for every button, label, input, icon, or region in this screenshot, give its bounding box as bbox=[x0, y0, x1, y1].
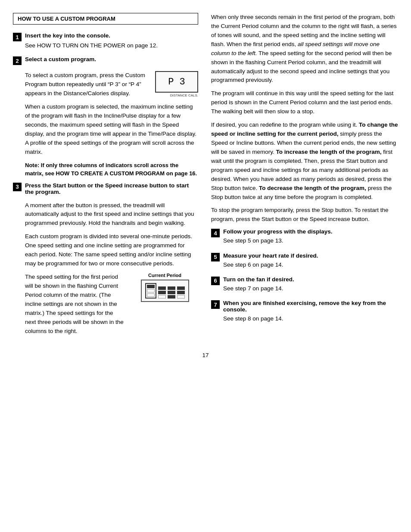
step-4-block: 4 Follow your progress with the displays… bbox=[211, 228, 398, 245]
distance-display-wrapper: P 3 DISTANCE CALS. bbox=[155, 71, 198, 97]
bold-change-speed: To change the speed or incline setting f… bbox=[211, 121, 398, 137]
right-para-3: If desired, you can redefine to the prog… bbox=[211, 121, 398, 202]
step-6-number: 6 bbox=[211, 277, 220, 285]
step-2-content: P 3 DISTANCE CALS. To select a custom pr… bbox=[13, 71, 198, 182]
step-3-title: Press the Start button or the Speed incr… bbox=[25, 182, 198, 195]
step-4-inner: Follow your progress with the displays. … bbox=[223, 228, 398, 245]
bar-filled-8 bbox=[177, 291, 185, 294]
step-5-number: 5 bbox=[211, 253, 220, 261]
step-3-content: A moment after the button is pressed, th… bbox=[13, 201, 198, 340]
step-7-title: When you are finished exercising, remove… bbox=[223, 300, 398, 313]
step-2-title: Select a custom program. bbox=[25, 56, 198, 62]
step-3-body3: The speed setting for the first period w… bbox=[25, 273, 125, 340]
step-2-number: 2 bbox=[13, 56, 22, 65]
bar-filled-3 bbox=[158, 291, 166, 294]
step-1-body: See HOW TO TURN ON THE POWER on page 12. bbox=[25, 41, 198, 50]
step-5-body: See step 6 on page 14. bbox=[223, 261, 398, 269]
step-4-body: See step 5 on page 13. bbox=[223, 236, 398, 245]
step-6-title: Turn on the fan if desired. bbox=[223, 276, 398, 283]
step-3-body2: Each custom program is divided into seve… bbox=[25, 232, 198, 268]
bar-empty-4 bbox=[177, 295, 185, 299]
step-7-body: See step 8 on page 14. bbox=[223, 314, 398, 323]
display-value: P 3 bbox=[168, 77, 185, 87]
step-4-title: Follow your progress with the displays. bbox=[223, 228, 398, 235]
bold-increase-length: To increase the length of the program, bbox=[276, 149, 382, 155]
bar-filled-1 bbox=[147, 285, 155, 288]
distance-display: P 3 bbox=[155, 71, 198, 93]
step-2-inner: Select a custom program. bbox=[25, 56, 198, 62]
step-7-block: 7 When you are finished exercising, remo… bbox=[211, 300, 398, 323]
step-3-number: 3 bbox=[13, 183, 22, 191]
current-period-label: Current Period bbox=[131, 273, 198, 278]
step-1-inner: Insert the key into the console. See HOW… bbox=[25, 32, 198, 50]
current-period-col bbox=[145, 283, 156, 299]
period-col-3 bbox=[168, 286, 175, 299]
right-column: When only three seconds remain in the fi… bbox=[211, 13, 398, 343]
section-header: HOW TO USE A CUSTOM PROGRAM bbox=[13, 13, 198, 25]
step-7-number: 7 bbox=[211, 300, 220, 309]
right-para-1: When only three seconds remain in the fi… bbox=[211, 13, 398, 85]
step-6-body: See step 7 on page 14. bbox=[223, 284, 398, 293]
bar-filled-7 bbox=[177, 286, 185, 290]
right-para-4: To stop the program temporarily, press t… bbox=[211, 206, 398, 224]
current-period-display: Current Period bbox=[131, 273, 198, 302]
bar-filled-4 bbox=[168, 286, 175, 290]
left-column: HOW TO USE A CUSTOM PROGRAM 1 Insert the… bbox=[13, 13, 198, 343]
step-1-title: Insert the key into the console. bbox=[25, 32, 198, 39]
step-3-inner: Press the Start button or the Speed incr… bbox=[25, 182, 198, 195]
step-5-title: Measure your heart rate if desired. bbox=[223, 252, 398, 259]
step-2-note: Note: If only three columns of indicator… bbox=[25, 161, 198, 178]
page-number: 17 bbox=[13, 352, 398, 358]
bar-empty-2 bbox=[147, 293, 155, 297]
step-6-block: 6 Turn on the fan if desired. See step 7… bbox=[211, 276, 398, 293]
bold-decrease-length: To decrease the length of the program, bbox=[259, 185, 366, 191]
right-para-2: The program will continue in this way un… bbox=[211, 89, 398, 116]
period-col-2 bbox=[158, 286, 166, 299]
step-3-block: 3 Press the Start button or the Speed in… bbox=[13, 182, 198, 195]
step-1-block: 1 Insert the key into the console. See H… bbox=[13, 32, 198, 50]
step-4-number: 4 bbox=[211, 229, 220, 237]
step-6-inner: Turn on the fan if desired. See step 7 o… bbox=[223, 276, 398, 293]
period-col-4 bbox=[177, 286, 185, 299]
bar-empty-3 bbox=[158, 295, 166, 299]
step-5-inner: Measure your heart rate if desired. See … bbox=[223, 252, 398, 269]
step-5-block: 5 Measure your heart rate if desired. Se… bbox=[211, 252, 398, 269]
step-3-body1: A moment after the button is pressed, th… bbox=[25, 201, 198, 228]
bar-filled-5 bbox=[168, 291, 175, 294]
right-steps: 4 Follow your progress with the displays… bbox=[211, 228, 398, 323]
bar-filled-2 bbox=[158, 286, 166, 290]
bar-empty-1 bbox=[147, 289, 155, 292]
step-2-body-after: When a custom program is selected, the m… bbox=[25, 103, 198, 157]
step-7-inner: When you are finished exercising, remove… bbox=[223, 300, 398, 323]
step-2-block: 2 Select a custom program. bbox=[13, 56, 198, 65]
step-1-number: 1 bbox=[13, 33, 22, 41]
display-label: DISTANCE CALS. bbox=[155, 93, 198, 97]
bar-filled-6 bbox=[168, 295, 175, 299]
